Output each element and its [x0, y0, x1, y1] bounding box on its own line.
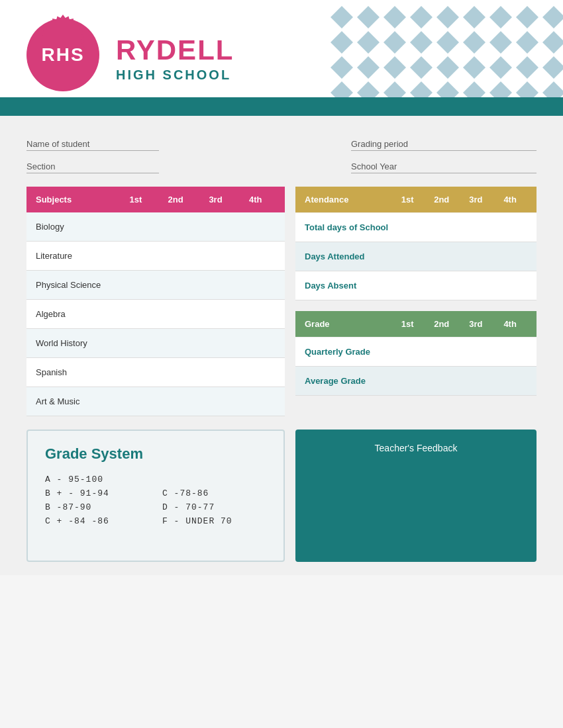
- grade-row: Quarterly Grade: [295, 338, 537, 367]
- subject-row: Biology: [26, 212, 285, 242]
- school-name-main: RYDELL: [116, 34, 234, 66]
- student-info: Name of student Section Grading period S…: [26, 129, 537, 187]
- subject-name: Biology: [36, 222, 116, 232]
- school-name: RYDELL HIGH SCHOOL: [116, 34, 234, 83]
- grade-system-item: C + -84 -86: [45, 516, 149, 526]
- subject-row: Literature: [26, 242, 285, 271]
- main-grid: Subjects 1st 2nd 3rd 4th BiologyLiteratu…: [26, 187, 537, 416]
- grade-col-label: Grade: [305, 319, 390, 329]
- subject-row: Physical Science: [26, 271, 285, 300]
- student-name-label: Name of student: [26, 139, 159, 151]
- grade-system-title: Grade System: [45, 445, 266, 463]
- right-col: Atendance 1st 2nd 3rd 4th Total days of …: [295, 187, 537, 416]
- grade-section: Grade 1st 2nd 3rd 4th Quarterly GradeAve…: [295, 311, 537, 396]
- attendance-rows: Total days of SchoolDays AttendedDays Ab…: [295, 213, 537, 300]
- attendance-row: Days Attended: [295, 242, 537, 271]
- grading-period-label: Grading period: [351, 139, 537, 151]
- grade-row: Average Grade: [295, 367, 537, 396]
- subjects-section: Subjects 1st 2nd 3rd 4th BiologyLiteratu…: [26, 187, 285, 416]
- attendance-header: Atendance 1st 2nd 3rd 4th: [295, 187, 537, 212]
- grade-col-q4: 4th: [493, 319, 527, 329]
- grade-system-item: B + - 91-94: [45, 488, 149, 498]
- attendance-col-q2: 2nd: [425, 195, 459, 205]
- feedback-box: Teacher's Feedback: [295, 430, 537, 562]
- grade-system-item: A - 95-100: [45, 475, 266, 484]
- subjects-rows: BiologyLiteraturePhysical ScienceAlgebra…: [26, 212, 285, 416]
- grade-system-item: D - 70-77: [162, 502, 266, 512]
- attendance-row: Days Absent: [295, 271, 537, 300]
- subjects-header: Subjects 1st 2nd 3rd 4th: [26, 187, 285, 212]
- subject-name: Art & Music: [36, 396, 116, 406]
- grade-rows: Quarterly GradeAverage Grade: [295, 338, 537, 396]
- grade-system-item: F - UNDER 70: [162, 516, 266, 526]
- attendance-col-label: Atendance: [305, 195, 390, 205]
- subject-name: Literature: [36, 251, 116, 261]
- subjects-col-q3: 3rd: [195, 195, 235, 205]
- subject-name: Spanish: [36, 367, 116, 377]
- subject-row: Art & Music: [26, 387, 285, 416]
- grade-system-box: Grade System A - 95-100B + - 91-94C -78-…: [26, 430, 285, 562]
- subjects-col-label: Subjects: [36, 195, 116, 205]
- info-right: Grading period School Year: [351, 139, 537, 173]
- subject-name: World History: [36, 338, 116, 348]
- subjects-col-q4: 4th: [236, 195, 276, 205]
- school-logo: RHS: [26, 19, 99, 91]
- grade-system-grid: A - 95-100B + - 91-94C -78-86B -87-90D -…: [45, 475, 266, 526]
- feedback-title: Teacher's Feedback: [375, 443, 458, 453]
- attendance-row: Total days of School: [295, 213, 537, 242]
- subject-row: Spanish: [26, 358, 285, 387]
- grade-system-item: B -87-90: [45, 502, 149, 512]
- logo-text: RHS: [41, 44, 84, 66]
- bottom-grid: Grade System A - 95-100B + - 91-94C -78-…: [26, 430, 537, 562]
- subjects-col-q2: 2nd: [156, 195, 195, 205]
- diamond-pattern: // Will be rendered via JS below: [325, 0, 563, 99]
- grade-system-item: C -78-86: [162, 488, 266, 498]
- grade-col-q2: 2nd: [425, 319, 459, 329]
- subject-row: Algebra: [26, 300, 285, 329]
- subjects-col-q1: 1st: [116, 195, 156, 205]
- attendance-col-q1: 1st: [390, 195, 425, 205]
- section-label: Section: [26, 161, 159, 173]
- info-left: Name of student Section: [26, 139, 159, 173]
- grade-col-q1: 1st: [390, 319, 425, 329]
- school-year-label: School Year: [351, 161, 537, 173]
- attendance-col-q3: 3rd: [459, 195, 493, 205]
- header-teal-bar: [0, 97, 563, 116]
- subject-row: World History: [26, 329, 285, 358]
- school-name-sub: HIGH SCHOOL: [116, 68, 234, 83]
- attendance-section: Atendance 1st 2nd 3rd 4th Total days of …: [295, 187, 537, 300]
- content: Name of student Section Grading period S…: [0, 116, 563, 575]
- grade-header: Grade 1st 2nd 3rd 4th: [295, 311, 537, 337]
- subject-name: Physical Science: [36, 280, 116, 290]
- header: // Will be rendered via JS below RHS RYD…: [0, 0, 563, 116]
- grade-col-q3: 3rd: [459, 319, 493, 329]
- subject-name: Algebra: [36, 309, 116, 319]
- attendance-col-q4: 4th: [493, 195, 527, 205]
